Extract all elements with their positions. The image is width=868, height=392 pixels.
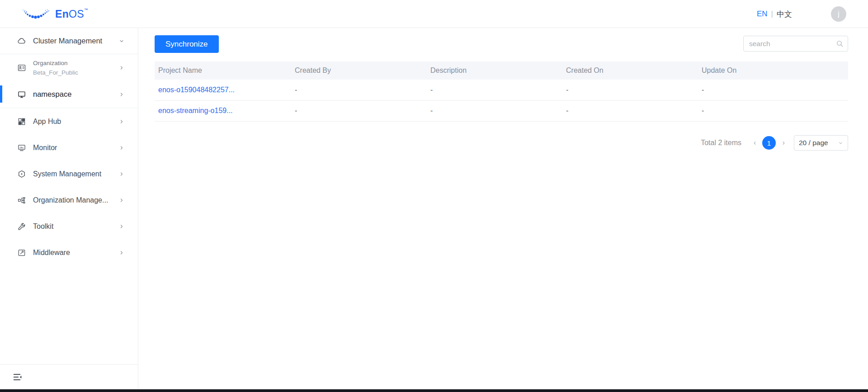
table-row: enos-o159048482257... - - - -	[155, 80, 848, 100]
search-icon	[836, 40, 844, 47]
chevron-right-icon	[119, 171, 124, 177]
lang-zh-link[interactable]: 中文	[777, 9, 792, 19]
hexagon-settings-icon	[17, 170, 26, 179]
sidebar-item-label: Toolkit	[33, 222, 53, 231]
cell-description: -	[427, 100, 562, 121]
sidebar-item-monitor[interactable]: Monitor	[0, 135, 138, 161]
lang-en-link[interactable]: EN	[757, 9, 768, 19]
organization-value: Beta_For_Public	[33, 68, 78, 77]
collapse-sidebar-button[interactable]	[13, 373, 23, 381]
sidebar-item-label: Organization Manage...	[33, 196, 108, 204]
table-header-row: Project Name Created By Description Crea…	[155, 61, 848, 80]
middleware-icon	[17, 248, 26, 257]
sidebar-item-namespace[interactable]: namespace	[0, 81, 138, 108]
sidebar-item-label: App Hub	[33, 118, 61, 126]
enos-logo: EnOS™	[20, 7, 88, 20]
cloud-icon	[17, 37, 26, 46]
lang-separator: |	[771, 9, 773, 19]
user-avatar[interactable]: j	[831, 6, 846, 22]
page-size-select[interactable]: 20 / page	[794, 135, 848, 151]
synchronize-button[interactable]: Synchronize	[155, 35, 219, 53]
monitor-icon	[17, 90, 26, 99]
dashboard-monitor-icon	[17, 143, 26, 152]
chevron-right-icon	[119, 145, 124, 151]
wrench-icon	[17, 222, 26, 231]
org-chart-icon	[17, 196, 26, 205]
project-link[interactable]: enos-streaming-o159...	[158, 107, 233, 114]
cell-update-on: -	[698, 80, 848, 100]
cell-update-on: -	[698, 100, 848, 121]
column-header-created-by: Created By	[291, 61, 427, 80]
column-header-project-name: Project Name	[155, 61, 291, 80]
sidebar-item-toolkit[interactable]: Toolkit	[0, 213, 138, 240]
column-header-description: Description	[427, 61, 562, 80]
cell-created-by: -	[291, 100, 427, 121]
pagination-page-1[interactable]: 1	[762, 136, 776, 150]
cell-description: -	[427, 80, 562, 100]
sidebar-item-system-management[interactable]: System Management	[0, 161, 138, 187]
sidebar-item-label: Cluster Management	[33, 37, 102, 45]
sidebar-item-label: Monitor	[33, 144, 57, 152]
sidebar-item-app-hub[interactable]: App Hub	[0, 109, 138, 135]
sidebar-footer	[0, 364, 137, 389]
bottom-edge-strip	[0, 389, 868, 392]
chevron-down-icon	[838, 141, 843, 146]
sidebar-item-middleware[interactable]: Middleware	[0, 240, 138, 266]
cell-created-by: -	[291, 80, 427, 100]
sidebar-item-cluster-management[interactable]: Cluster Management	[0, 28, 138, 54]
enos-swoosh-icon	[20, 7, 52, 20]
organization-label: Organization	[33, 58, 78, 68]
chevron-right-icon	[119, 250, 124, 255]
avatar-initial: j	[838, 10, 840, 18]
sidebar-item-label: Middleware	[33, 249, 70, 257]
language-switcher: EN | 中文	[757, 0, 792, 28]
logo-text: EnOS™	[55, 8, 88, 20]
active-indicator	[0, 85, 2, 103]
column-header-update-on: Update On	[698, 61, 848, 80]
sidebar-item-label: namespace	[33, 90, 71, 99]
projects-table: Project Name Created By Description Crea…	[155, 61, 848, 122]
appstore-icon	[17, 117, 26, 126]
chevron-right-icon	[119, 198, 124, 203]
pagination: Total 2 items 1 20 / page	[701, 135, 848, 151]
pagination-total: Total 2 items	[701, 139, 741, 147]
sidebar-nav-list: App Hub Monitor	[0, 109, 138, 266]
id-card-icon	[17, 63, 26, 72]
top-bar: EnOS™ EN | 中文 j	[0, 0, 868, 28]
chevron-right-icon	[119, 224, 124, 229]
chevron-right-icon	[119, 92, 124, 97]
sidebar-item-organization-management[interactable]: Organization Manage...	[0, 187, 138, 213]
project-link[interactable]: enos-o159048482257...	[158, 86, 235, 94]
pagination-prev-button[interactable]	[750, 136, 760, 150]
cell-created-on: -	[562, 100, 698, 121]
search-box	[743, 36, 848, 52]
page-size-value: 20 / page	[799, 139, 828, 147]
chevron-right-icon	[119, 119, 124, 124]
sidebar: Cluster Management Organization Beta_For…	[0, 28, 138, 389]
chevron-right-icon	[119, 65, 124, 71]
table-row: enos-streaming-o159... - - - -	[155, 100, 848, 121]
main-content: Synchronize Project Name Created By Desc…	[139, 28, 868, 389]
menu-fold-icon	[13, 373, 23, 381]
chevron-down-icon	[119, 38, 124, 44]
column-header-created-on: Created On	[562, 61, 698, 80]
sidebar-divider	[0, 108, 138, 108]
pagination-next-button[interactable]	[778, 136, 788, 150]
search-input[interactable]	[743, 36, 848, 52]
sidebar-item-organization[interactable]: Organization Beta_For_Public	[0, 54, 138, 81]
cell-created-on: -	[562, 80, 698, 100]
sidebar-item-label: System Management	[33, 170, 101, 178]
